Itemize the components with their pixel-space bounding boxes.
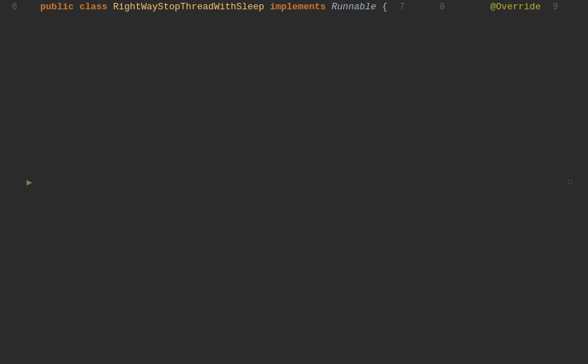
line-number: 8 <box>428 0 449 364</box>
line-row: 6▶public class RightWayStopThreadWithSle… <box>0 0 388 364</box>
gutter-icons[interactable]: □ <box>562 0 578 364</box>
line-number: 7 <box>388 0 409 364</box>
line-number: 6 <box>0 0 22 364</box>
line-row: 7 <box>388 0 428 364</box>
fold-icon[interactable]: □ <box>568 178 572 186</box>
code-editor: 6▶public class RightWayStopThreadWithSle… <box>0 0 588 364</box>
line-content: public class RightWayStopThreadWithSleep… <box>37 0 388 364</box>
line-row: 9□ public void run() { <box>541 0 588 364</box>
code-area: 6▶public class RightWayStopThreadWithSle… <box>0 0 588 364</box>
run-icon[interactable]: ▶ <box>27 177 32 188</box>
gutter-icons[interactable] <box>409 0 425 364</box>
line-content: public void run() { <box>578 0 588 364</box>
line-row: 8 @Override <box>428 0 541 364</box>
line-content: @Override <box>465 0 541 364</box>
gutter-icons[interactable] <box>449 0 465 364</box>
line-content <box>425 0 428 364</box>
gutter-icons[interactable]: ▶ <box>22 0 37 364</box>
line-number: 9 <box>541 0 562 364</box>
